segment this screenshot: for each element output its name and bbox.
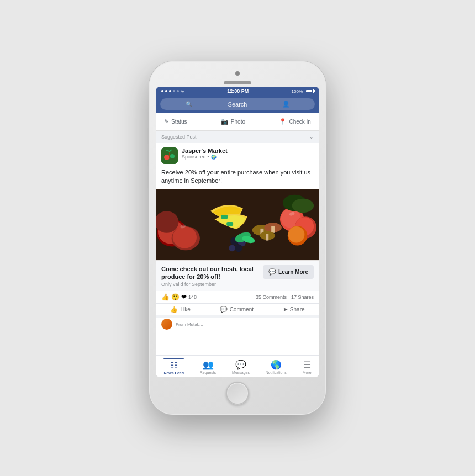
signal-dot-4 <box>173 90 175 92</box>
search-icon: 🔍 <box>166 101 212 107</box>
love-reaction: ❤ <box>181 293 187 301</box>
phone-camera <box>235 71 240 76</box>
shares-count[interactable]: 17 Shares <box>291 294 314 300</box>
nav-requests[interactable]: 👥 Requests <box>200 359 217 374</box>
search-placeholder: Search <box>214 101 260 108</box>
camera-icon: 📷 <box>221 118 229 125</box>
status-icon: ✎ <box>164 118 169 125</box>
learn-more-label: Learn More <box>278 269 308 275</box>
post-card: Jasper's Market Sponsored • 🌍 Receive 20… <box>156 143 319 355</box>
phone-top-bar <box>156 68 319 87</box>
status-time: 12:00 PM <box>227 88 249 94</box>
search-bar[interactable]: 🔍 Search 👤 <box>160 98 315 110</box>
post-meta: Jasper's Market Sponsored • 🌍 <box>182 147 228 160</box>
like-button[interactable]: 👍 Like <box>170 306 190 313</box>
photo-action[interactable]: 📷 Photo <box>221 118 245 125</box>
comment-label: Comment <box>230 306 254 313</box>
svg-rect-11 <box>221 215 228 219</box>
cta-title: Come check out our fresh, local produce … <box>161 265 258 281</box>
dot-separator: • <box>208 154 209 160</box>
home-button[interactable] <box>226 382 249 405</box>
fb-header: 🔍 Search 👤 <box>156 96 319 113</box>
cta-text: Come check out our fresh, local produce … <box>161 265 258 288</box>
battery-percent: 100% <box>292 89 303 94</box>
learn-more-button[interactable]: 💬 Learn More <box>263 265 314 279</box>
wow-reaction: 😲 <box>171 293 180 301</box>
comment-button[interactable]: 💬 Comment <box>220 306 254 313</box>
fb-person-icon: 👤 <box>263 101 309 108</box>
status-label: Status <box>171 119 187 125</box>
post-text: Receive 20% off your entire purchase whe… <box>156 166 319 189</box>
status-left: ∿ <box>161 89 184 94</box>
like-reaction: 👍 <box>161 293 170 301</box>
fb-action-bar: ✎ Status 📷 Photo 📍 Check In <box>156 113 319 131</box>
page-avatar <box>161 147 178 164</box>
messenger-icon: 💬 <box>268 268 276 276</box>
signal-dot-1 <box>161 90 163 92</box>
notifications-icon: 🌎 <box>271 359 282 370</box>
post-reactions: 👍 😲 ❤ 148 35 Comments 17 Shares <box>156 291 319 304</box>
requests-icon: 👥 <box>203 359 214 370</box>
svg-point-2 <box>170 154 175 158</box>
status-action[interactable]: ✎ Status <box>164 118 187 125</box>
checkin-action[interactable]: 📍 Check In <box>279 118 310 125</box>
nav-newsfeed[interactable]: ☷ News Feed <box>163 358 184 375</box>
phone-speaker <box>224 81 251 84</box>
svg-rect-12 <box>226 222 233 226</box>
globe-icon: 🌍 <box>211 155 217 160</box>
svg-point-21 <box>235 244 242 252</box>
phone-screen: ∿ 12:00 PM 100% 🔍 Search 👤 ✎ Status <box>156 87 319 377</box>
signal-dot-2 <box>165 90 167 92</box>
nav-notifications[interactable]: 🌎 Notifications <box>266 359 287 374</box>
svg-rect-18 <box>266 234 268 241</box>
post-actions: 👍 Like 💬 Comment ➤ Share <box>156 304 319 315</box>
nav-messages[interactable]: 💬 Messages <box>232 359 250 374</box>
checkin-label: Check In <box>289 119 310 125</box>
share-label: Share <box>290 306 305 313</box>
post-cta: Come check out our fresh, local produce … <box>156 261 319 292</box>
divider-1 <box>204 117 204 126</box>
newsfeed-label: News Feed <box>163 371 184 375</box>
requests-label: Requests <box>200 371 217 374</box>
svg-point-30 <box>288 226 305 243</box>
comment-icon: 💬 <box>220 306 228 313</box>
comments-count[interactable]: 35 Comments <box>256 294 287 300</box>
thumbs-up-icon: 👍 <box>170 306 178 313</box>
divider-2 <box>262 117 262 126</box>
page-name: Jasper's Market <box>182 147 228 154</box>
nav-more[interactable]: ☰ More <box>303 359 312 374</box>
suggested-label: Suggested Post <box>161 134 197 140</box>
messages-icon: 💬 <box>235 359 246 370</box>
notifications-label: Notifications <box>266 371 287 374</box>
cta-subtitle: Only valid for September <box>161 282 258 287</box>
wifi-icon: ∿ <box>181 89 184 94</box>
location-icon: 📍 <box>279 118 287 125</box>
share-icon: ➤ <box>283 306 288 313</box>
next-post-peek: From Mutab... <box>156 315 319 331</box>
messages-label: Messages <box>232 371 250 374</box>
post-image <box>156 189 319 261</box>
reactions-left: 👍 😲 ❤ 148 <box>161 293 197 301</box>
share-button[interactable]: ➤ Share <box>283 306 305 313</box>
status-bar: ∿ 12:00 PM 100% <box>156 87 319 96</box>
peek-text: From Mutab... <box>176 322 203 327</box>
suggested-post-header: Suggested Post ⌄ <box>156 131 319 143</box>
svg-rect-16 <box>271 226 275 233</box>
battery-icon <box>305 89 314 93</box>
newsfeed-icon: ☷ <box>170 360 178 371</box>
post-header: Jasper's Market Sponsored • 🌍 <box>156 143 319 166</box>
like-label: Like <box>180 306 190 313</box>
fb-feed: Suggested Post ⌄ <box>156 131 319 355</box>
svg-point-32 <box>292 198 314 213</box>
sponsored-line: Sponsored • 🌍 <box>182 154 228 160</box>
svg-point-10 <box>156 211 178 232</box>
chevron-down-icon[interactable]: ⌄ <box>309 134 314 140</box>
svg-point-1 <box>164 155 170 160</box>
more-label: More <box>303 371 312 374</box>
svg-point-9 <box>173 226 197 248</box>
battery-fill <box>306 90 312 92</box>
photo-label: Photo <box>231 119 245 125</box>
status-right: 100% <box>292 89 314 94</box>
reactions-count: 148 <box>188 294 197 300</box>
sponsored-label: Sponsored <box>182 154 206 160</box>
